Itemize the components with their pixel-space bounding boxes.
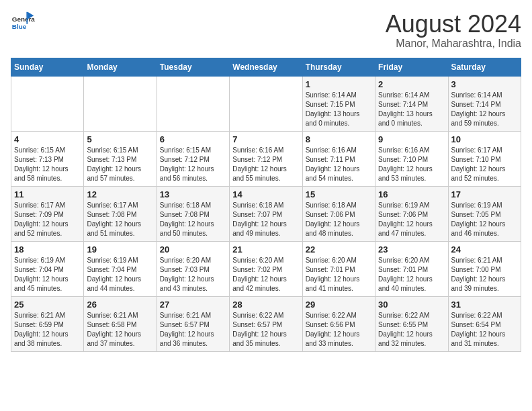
day-number: 29 xyxy=(306,300,372,310)
day-content: Sunrise: 6:21 AM Sunset: 6:59 PM Dayligh… xyxy=(14,311,81,349)
calendar-cell: 7Sunrise: 6:16 AM Sunset: 7:12 PM Daylig… xyxy=(230,131,302,186)
day-number: 15 xyxy=(306,189,372,199)
day-content: Sunrise: 6:15 AM Sunset: 7:13 PM Dayligh… xyxy=(14,146,81,183)
calendar-cell: 18Sunrise: 6:19 AM Sunset: 7:04 PM Dayli… xyxy=(11,241,84,296)
calendar-week-row: 11Sunrise: 6:17 AM Sunset: 7:09 PM Dayli… xyxy=(11,186,521,241)
calendar-cell: 31Sunrise: 6:22 AM Sunset: 6:54 PM Dayli… xyxy=(448,296,521,351)
day-number: 10 xyxy=(451,134,518,144)
day-content: Sunrise: 6:14 AM Sunset: 7:14 PM Dayligh… xyxy=(378,91,445,128)
day-content: Sunrise: 6:17 AM Sunset: 7:09 PM Dayligh… xyxy=(14,201,81,238)
calendar-cell: 20Sunrise: 6:20 AM Sunset: 7:03 PM Dayli… xyxy=(157,241,229,296)
day-number: 12 xyxy=(87,189,153,199)
day-number: 18 xyxy=(14,244,81,255)
day-content: Sunrise: 6:22 AM Sunset: 6:55 PM Dayligh… xyxy=(378,311,445,349)
day-number: 1 xyxy=(306,79,372,89)
location-subtitle: Manor, Maharashtra, India xyxy=(386,38,521,50)
calendar-cell: 19Sunrise: 6:19 AM Sunset: 7:04 PM Dayli… xyxy=(84,241,157,296)
calendar-cell: 28Sunrise: 6:22 AM Sunset: 6:57 PM Dayli… xyxy=(230,296,302,351)
day-number: 31 xyxy=(451,300,518,310)
day-header-sunday: Sunday xyxy=(11,58,84,76)
day-number: 2 xyxy=(378,79,445,89)
calendar-week-row: 1Sunrise: 6:14 AM Sunset: 7:15 PM Daylig… xyxy=(11,76,521,131)
day-number: 30 xyxy=(378,300,445,310)
day-content: Sunrise: 6:22 AM Sunset: 6:56 PM Dayligh… xyxy=(306,311,372,349)
day-number: 23 xyxy=(378,244,445,255)
calendar-cell: 25Sunrise: 6:21 AM Sunset: 6:59 PM Dayli… xyxy=(11,296,84,351)
calendar-cell: 4Sunrise: 6:15 AM Sunset: 7:13 PM Daylig… xyxy=(11,131,84,186)
svg-rect-4 xyxy=(26,12,28,24)
day-content: Sunrise: 6:21 AM Sunset: 7:00 PM Dayligh… xyxy=(451,256,518,293)
day-number: 21 xyxy=(232,244,299,255)
calendar-cell: 5Sunrise: 6:15 AM Sunset: 7:13 PM Daylig… xyxy=(84,131,157,186)
day-number: 7 xyxy=(232,134,299,144)
day-content: Sunrise: 6:17 AM Sunset: 7:08 PM Dayligh… xyxy=(87,201,153,238)
day-number: 24 xyxy=(451,244,518,255)
calendar-cell: 24Sunrise: 6:21 AM Sunset: 7:00 PM Dayli… xyxy=(448,241,521,296)
page-header: General Blue August 2024 Manor, Maharash… xyxy=(11,11,521,50)
day-number: 8 xyxy=(306,134,372,144)
calendar-cell: 2Sunrise: 6:14 AM Sunset: 7:14 PM Daylig… xyxy=(375,76,448,131)
calendar-cell: 23Sunrise: 6:20 AM Sunset: 7:01 PM Dayli… xyxy=(375,241,448,296)
day-content: Sunrise: 6:21 AM Sunset: 6:58 PM Dayligh… xyxy=(87,311,153,349)
calendar-cell: 17Sunrise: 6:19 AM Sunset: 7:05 PM Dayli… xyxy=(448,186,521,241)
calendar-cell: 6Sunrise: 6:15 AM Sunset: 7:12 PM Daylig… xyxy=(157,131,229,186)
calendar-cell: 29Sunrise: 6:22 AM Sunset: 6:56 PM Dayli… xyxy=(302,296,375,351)
day-content: Sunrise: 6:18 AM Sunset: 7:08 PM Dayligh… xyxy=(160,201,226,238)
day-content: Sunrise: 6:19 AM Sunset: 7:04 PM Dayligh… xyxy=(14,256,81,293)
day-content: Sunrise: 6:19 AM Sunset: 7:04 PM Dayligh… xyxy=(87,256,153,293)
calendar-cell: 26Sunrise: 6:21 AM Sunset: 6:58 PM Dayli… xyxy=(84,296,157,351)
calendar-cell: 9Sunrise: 6:16 AM Sunset: 7:10 PM Daylig… xyxy=(375,131,448,186)
day-content: Sunrise: 6:20 AM Sunset: 7:03 PM Dayligh… xyxy=(160,256,226,293)
calendar-cell xyxy=(157,76,229,131)
day-content: Sunrise: 6:22 AM Sunset: 6:54 PM Dayligh… xyxy=(451,311,518,349)
day-header-saturday: Saturday xyxy=(448,58,521,76)
day-number: 9 xyxy=(378,134,445,144)
day-number: 5 xyxy=(87,134,153,144)
day-content: Sunrise: 6:20 AM Sunset: 7:01 PM Dayligh… xyxy=(378,256,445,293)
calendar-table: SundayMondayTuesdayWednesdayThursdayFrid… xyxy=(11,58,521,352)
logo: General Blue xyxy=(11,11,35,35)
day-number: 22 xyxy=(306,244,372,255)
day-content: Sunrise: 6:16 AM Sunset: 7:10 PM Dayligh… xyxy=(378,146,445,183)
calendar-header-row: SundayMondayTuesdayWednesdayThursdayFrid… xyxy=(11,58,521,76)
day-content: Sunrise: 6:15 AM Sunset: 7:12 PM Dayligh… xyxy=(160,146,226,183)
calendar-cell: 1Sunrise: 6:14 AM Sunset: 7:15 PM Daylig… xyxy=(302,76,375,131)
day-number: 14 xyxy=(232,189,299,199)
calendar-cell: 10Sunrise: 6:17 AM Sunset: 7:10 PM Dayli… xyxy=(448,131,521,186)
day-header-friday: Friday xyxy=(375,58,448,76)
day-content: Sunrise: 6:14 AM Sunset: 7:14 PM Dayligh… xyxy=(451,91,518,128)
day-number: 28 xyxy=(232,300,299,310)
day-header-thursday: Thursday xyxy=(302,58,375,76)
day-number: 17 xyxy=(451,189,518,199)
calendar-cell: 13Sunrise: 6:18 AM Sunset: 7:08 PM Dayli… xyxy=(157,186,229,241)
day-number: 13 xyxy=(160,189,226,199)
logo-icon: General Blue xyxy=(11,11,35,35)
calendar-cell: 21Sunrise: 6:20 AM Sunset: 7:02 PM Dayli… xyxy=(230,241,302,296)
day-content: Sunrise: 6:16 AM Sunset: 7:11 PM Dayligh… xyxy=(306,146,372,183)
day-number: 6 xyxy=(160,134,226,144)
calendar-cell: 15Sunrise: 6:18 AM Sunset: 7:06 PM Dayli… xyxy=(302,186,375,241)
calendar-week-row: 18Sunrise: 6:19 AM Sunset: 7:04 PM Dayli… xyxy=(11,241,521,296)
calendar-cell xyxy=(230,76,302,131)
day-content: Sunrise: 6:20 AM Sunset: 7:02 PM Dayligh… xyxy=(232,256,299,293)
day-header-tuesday: Tuesday xyxy=(157,58,229,76)
day-number: 25 xyxy=(14,300,81,310)
day-number: 20 xyxy=(160,244,226,255)
day-content: Sunrise: 6:19 AM Sunset: 7:06 PM Dayligh… xyxy=(378,201,445,238)
day-number: 4 xyxy=(14,134,81,144)
day-content: Sunrise: 6:22 AM Sunset: 6:57 PM Dayligh… xyxy=(232,311,299,349)
day-content: Sunrise: 6:19 AM Sunset: 7:05 PM Dayligh… xyxy=(451,201,518,238)
calendar-cell: 11Sunrise: 6:17 AM Sunset: 7:09 PM Dayli… xyxy=(11,186,84,241)
day-number: 27 xyxy=(160,300,226,310)
calendar-cell: 22Sunrise: 6:20 AM Sunset: 7:01 PM Dayli… xyxy=(302,241,375,296)
day-header-wednesday: Wednesday xyxy=(230,58,302,76)
day-header-monday: Monday xyxy=(84,58,157,76)
day-content: Sunrise: 6:15 AM Sunset: 7:13 PM Dayligh… xyxy=(87,146,153,183)
month-year-title: August 2024 xyxy=(386,11,521,38)
day-number: 3 xyxy=(451,79,518,89)
day-content: Sunrise: 6:20 AM Sunset: 7:01 PM Dayligh… xyxy=(306,256,372,293)
day-number: 11 xyxy=(14,189,81,199)
calendar-week-row: 4Sunrise: 6:15 AM Sunset: 7:13 PM Daylig… xyxy=(11,131,521,186)
day-number: 16 xyxy=(378,189,445,199)
day-content: Sunrise: 6:16 AM Sunset: 7:12 PM Dayligh… xyxy=(232,146,299,183)
